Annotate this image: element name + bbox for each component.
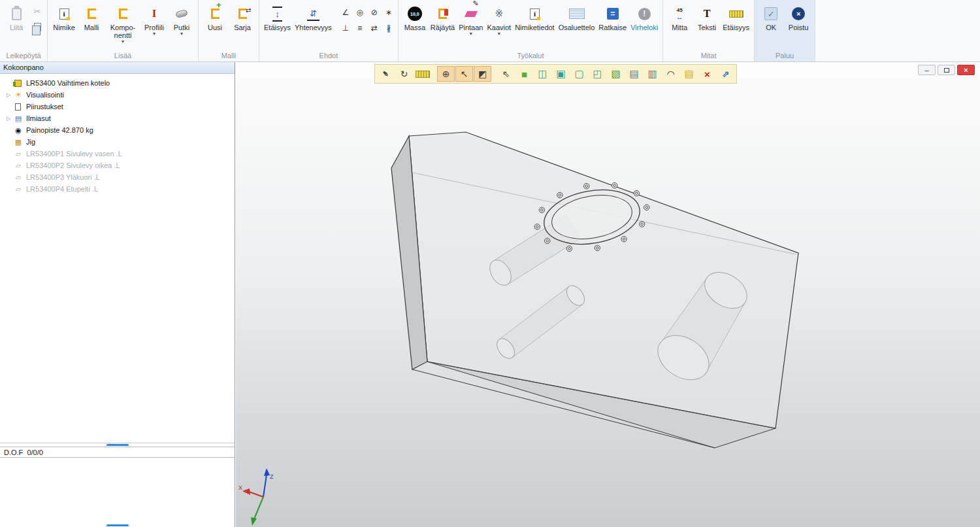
- snap-face-icon[interactable]: ◩: [474, 66, 491, 82]
- tree-label: LR53400P2 Sivulevy oikea .L: [26, 162, 120, 169]
- dof-status: D.O.F 0/0/0: [0, 447, 235, 458]
- distance-constraint-button[interactable]: ↕ Etäisyys: [263, 2, 292, 31]
- drawer-icon[interactable]: ▤: [680, 66, 698, 82]
- profile-icon: I: [152, 7, 157, 20]
- coincidence-label: Yhtenevyys: [295, 24, 332, 31]
- 3d-model-canvas[interactable]: [236, 62, 980, 527]
- series-button[interactable]: ⇄ Sarja: [229, 2, 255, 31]
- component-button[interactable]: Kompo-nentti ▾: [106, 2, 140, 44]
- dropdown-arrow-icon[interactable]: ▾: [470, 31, 472, 37]
- pin-icon[interactable]: ✒: [374, 62, 397, 86]
- tree-label: LR53400P4 Etupelti .L: [26, 185, 98, 193]
- delete-icon[interactable]: ×: [698, 66, 716, 82]
- copy-view-icon[interactable]: ▥: [644, 66, 661, 82]
- tree-item-part-p1[interactable]: ▱ LR53400P1 Sivulevy vasen .L: [0, 148, 235, 160]
- sidebar-splitter[interactable]: [0, 443, 235, 447]
- tree-label: Painopiste 42.870 kg: [26, 126, 93, 134]
- solid-view-icon[interactable]: ■: [515, 66, 533, 82]
- distance-measure-button[interactable]: Etäisyys: [721, 2, 751, 31]
- group-label-return: Paluu: [758, 52, 811, 61]
- copy-button[interactable]: [31, 20, 44, 33]
- explode-button[interactable]: Räjäytä: [429, 2, 456, 31]
- wireframe-view-icon[interactable]: ▣: [552, 66, 570, 82]
- item-data-button[interactable]: i Nimiketiedot: [514, 2, 556, 31]
- dropdown-arrow-icon[interactable]: ▾: [180, 31, 183, 37]
- distance-constraint-label: Etäisyys: [264, 24, 291, 31]
- group-label-insert: Lisää: [51, 52, 195, 61]
- concentric-constraint-icon[interactable]: ◎: [354, 6, 366, 19]
- symmetry-constraint-icon[interactable]: ∗: [383, 6, 395, 19]
- splitter-handle-icon[interactable]: [106, 524, 129, 526]
- expander-icon[interactable]: ▷: [4, 116, 13, 122]
- tree-item-visualization[interactable]: ▷ ☀ Visualisointi: [0, 89, 235, 101]
- solve-button[interactable]: = Ratkaise: [597, 2, 628, 31]
- dropdown-arrow-icon[interactable]: ▾: [153, 31, 155, 37]
- tree-item-part-p3[interactable]: ▱ LR53400P3 Yläkuori .L: [0, 171, 235, 183]
- parallel-constraint-icon[interactable]: ≡: [354, 22, 366, 35]
- pipe-button[interactable]: Putki ▾: [169, 2, 195, 37]
- cut-button[interactable]: ✂: [31, 5, 44, 18]
- center-of-mass-icon: ◉: [13, 126, 24, 134]
- sheet-list-icon[interactable]: ▤: [625, 66, 643, 82]
- snap-edge-icon[interactable]: ↖: [455, 66, 473, 82]
- select-cursor-icon[interactable]: ⇖: [497, 66, 515, 82]
- pipe-icon: [175, 9, 188, 18]
- new-bracket-icon: [211, 8, 220, 19]
- section-view-icon[interactable]: ◰: [589, 66, 606, 82]
- tree-item-jig[interactable]: ▦ Jig: [0, 136, 235, 148]
- tree-item-representations[interactable]: ▷ ▤ Ilmiasut: [0, 112, 235, 124]
- text-button[interactable]: T Teksti: [694, 2, 720, 31]
- restore-icon: [944, 68, 949, 73]
- perpendicular-constraint-icon[interactable]: ⊥: [340, 22, 351, 35]
- shaded-view-icon[interactable]: ◫: [534, 66, 551, 82]
- parts-list-button[interactable]: Osaluettelo: [557, 2, 596, 31]
- dimension-button[interactable]: 45↔ Mitta: [666, 2, 693, 31]
- splitter-handle-icon[interactable]: [106, 444, 129, 446]
- minimize-button[interactable]: –: [918, 65, 936, 75]
- solve-label: Ratkaise: [598, 24, 627, 31]
- paste-button[interactable]: Liitä: [3, 2, 29, 31]
- dropdown-arrow-icon[interactable]: ▾: [498, 31, 500, 37]
- fit-view-icon[interactable]: ↻: [395, 66, 413, 82]
- expander-icon[interactable]: ▷: [4, 92, 13, 98]
- item-button[interactable]: i Nimike: [51, 2, 77, 31]
- tangent-constraint-icon[interactable]: ⊘: [368, 6, 380, 19]
- snap-point-icon[interactable]: ⊕: [437, 66, 455, 82]
- surface-view-icon[interactable]: ◠: [662, 66, 679, 82]
- explode-label: Räjäytä: [431, 24, 455, 31]
- tree-label: Piirustukset: [26, 103, 63, 110]
- distance-constraint-icon: ↕: [272, 7, 282, 22]
- mass-button[interactable]: 10,0 Massa: [402, 2, 428, 31]
- component-view-icon[interactable]: ▧: [607, 66, 625, 82]
- group-label-tools: Työkalut: [402, 52, 659, 61]
- model-viewport[interactable]: ✒ ↻ ⊕ ↖ ◩ ⇖ ■ ◫ ▣ ▢ ◰ ▧ ▤ ▥ ◠ ▤ × ⇗ – ×: [236, 62, 980, 527]
- profile-button[interactable]: I Profiili ▾: [141, 2, 167, 37]
- group-label-clipboard: Leikepöytä: [3, 52, 44, 61]
- tree-item-drawings[interactable]: Piirustukset: [0, 101, 235, 112]
- constraint-icon-grid: ∠ ◎ ⊘ ∗ ⊥ ≡ ⇄ ∦: [340, 6, 395, 35]
- tree-item-assembly-root[interactable]: LR53400 Vaihtimen kotelo: [0, 77, 235, 89]
- tree-item-part-p2[interactable]: ▱ LR53400P2 Sivulevy oikea .L: [0, 160, 235, 171]
- hidden-line-view-icon[interactable]: ▢: [570, 66, 588, 82]
- error-log-button[interactable]: ! Virheloki: [629, 2, 659, 31]
- export-view-icon[interactable]: ⇗: [717, 66, 734, 82]
- measure-ruler-icon[interactable]: [414, 66, 431, 82]
- model-button[interactable]: Malli: [78, 2, 105, 31]
- model-bracket-icon: [88, 8, 96, 19]
- diagrams-button[interactable]: ※ Kaaviot ▾: [485, 2, 512, 37]
- ok-label: OK: [766, 24, 776, 31]
- coincidence-button[interactable]: ⇵ Yhtenevyys: [293, 2, 333, 31]
- restore-button[interactable]: [938, 65, 955, 75]
- tree-item-part-p4[interactable]: ▱ LR53400P4 Etupelti .L: [0, 183, 235, 195]
- to-surface-button[interactable]: ✎ Pintaan ▾: [457, 2, 484, 37]
- tree-item-center-of-mass[interactable]: ◉ Painopiste 42.870 kg: [0, 124, 235, 136]
- exit-button[interactable]: × Poistu: [785, 2, 811, 31]
- antiparallel-constraint-icon[interactable]: ∦: [383, 22, 395, 35]
- angle-constraint-icon[interactable]: ∠: [340, 6, 351, 19]
- pencil-icon: ✎: [473, 0, 479, 8]
- new-button[interactable]: + Uusi: [202, 2, 228, 31]
- distance-pair-constraint-icon[interactable]: ⇄: [368, 22, 380, 35]
- dropdown-arrow-icon[interactable]: ▾: [122, 39, 124, 44]
- close-button[interactable]: ×: [957, 65, 975, 75]
- ok-button[interactable]: ✓ OK: [758, 2, 784, 31]
